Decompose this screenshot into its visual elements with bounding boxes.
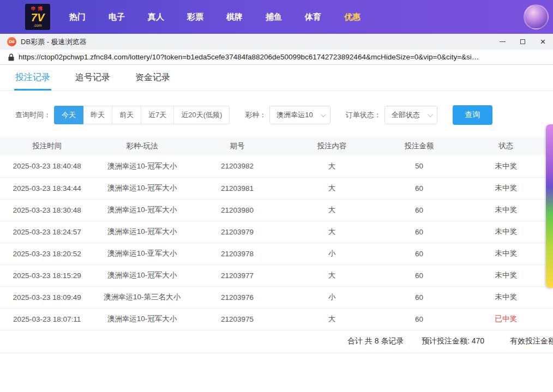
order-status-select[interactable]: 全部状态 — [384, 106, 437, 124]
col-header-issue: 期号 — [190, 137, 284, 155]
summary-bar: 合计 共 8 条记录 预计投注金额: 470 有效投注金额: — [0, 330, 553, 353]
browser-favicon-icon: D8 — [7, 37, 16, 46]
nav-item-promo[interactable]: 优惠 — [333, 0, 372, 34]
minimize-icon — [500, 41, 506, 42]
nav-menu: 热门 电子 真人 彩票 棋牌 捕鱼 体育 优惠 — [58, 0, 372, 34]
chevron-down-icon — [428, 112, 433, 117]
cell-status: 未中奖 — [459, 286, 553, 308]
cell-content: 大 — [284, 264, 379, 286]
summary-total: 合计 共 8 条记录 — [347, 336, 404, 346]
nav-item-sports[interactable]: 体育 — [293, 0, 333, 34]
nav-item-lottery[interactable]: 彩票 — [176, 0, 215, 34]
col-header-content: 投注内容 — [284, 137, 379, 155]
table-row: 2025-03-23 18:30:48 澳洲幸运10-冠军大小 21203980… — [0, 199, 553, 221]
tab-bet-records[interactable]: 投注记录 — [15, 65, 50, 91]
nav-item-fishing[interactable]: 捕鱼 — [254, 0, 293, 34]
table-row: 2025-03-23 18:07:11 澳洲幸运10-冠军大小 21203975… — [0, 308, 553, 330]
cell-content: 大 — [284, 177, 379, 199]
cell-time: 2025-03-23 18:30:48 — [0, 199, 94, 221]
tab-chase-records[interactable]: 追号记录 — [75, 65, 110, 91]
logo-text-com: .com — [33, 23, 41, 27]
cell-status: 未中奖 — [459, 243, 553, 264]
cell-amount: 50 — [380, 155, 459, 177]
lottery-filter-label: 彩种： — [245, 110, 266, 120]
cell-game: 澳洲幸运10-冠军大小 — [94, 199, 190, 221]
summary-valid-amount: 有效投注金额: — [510, 336, 553, 346]
window-title: DB彩票 - 极速浏览器 — [21, 37, 87, 47]
nav-item-hot[interactable]: 热门 — [58, 0, 97, 34]
site-navbar: 申博 7V .com 热门 电子 真人 彩票 棋牌 捕鱼 体育 优惠 — [0, 0, 553, 34]
close-button[interactable]: × — [533, 34, 553, 50]
cell-content: 大 — [284, 308, 379, 330]
col-header-amount: 投注金额 — [380, 137, 459, 155]
cell-content: 大 — [284, 199, 379, 221]
summary-expected-amount: 预计投注金额: 470 — [422, 336, 484, 346]
nav-item-electronic[interactable]: 电子 — [97, 0, 136, 34]
user-avatar[interactable] — [524, 4, 549, 29]
time-btn-day-before[interactable]: 前天 — [112, 106, 141, 124]
url-field[interactable]: https://ctop02pchwp1.zfnc84.com/lottery/… — [19, 53, 479, 61]
cell-time: 2025-03-23 18:40:48 — [0, 155, 94, 177]
filter-bar: 查询时间： 今天 昨天 前天 近7天 近20天(低频) 彩种： 澳洲幸运10 订… — [0, 91, 553, 137]
status-filter-label: 订单状态： — [346, 110, 381, 120]
cell-issue: 21203978 — [190, 243, 284, 264]
bet-records-table: 投注时间 彩种-玩法 期号 投注内容 投注金额 状态 2025-03-23 18… — [0, 137, 553, 330]
cell-amount: 60 — [380, 308, 459, 330]
time-btn-20days[interactable]: 近20天(低频) — [173, 106, 230, 124]
cell-time: 2025-03-23 18:07:11 — [0, 308, 94, 330]
lock-icon — [8, 53, 14, 61]
cell-content: 大 — [284, 155, 379, 177]
cell-game: 澳洲幸运10-冠军大小 — [94, 221, 190, 243]
table-row: 2025-03-23 18:34:44 澳洲幸运10-冠军大小 21203981… — [0, 177, 553, 199]
browser-titlebar: D8 DB彩票 - 极速浏览器 × — [0, 34, 553, 50]
cell-game: 澳洲幸运10-亚军大小 — [94, 243, 190, 264]
cell-game: 澳洲幸运10-冠军大小 — [94, 177, 190, 199]
site-logo[interactable]: 申博 7V .com — [25, 4, 50, 30]
col-header-status: 状态 — [459, 137, 553, 155]
cell-game: 澳洲幸运10-冠军大小 — [94, 308, 190, 330]
time-btn-today[interactable]: 今天 — [54, 106, 83, 124]
cell-issue: 21203975 — [190, 308, 284, 330]
cell-content: 大 — [284, 221, 379, 243]
maximize-button[interactable] — [513, 34, 533, 50]
lottery-select[interactable]: 澳洲幸运10 — [269, 106, 330, 124]
col-header-time: 投注时间 — [0, 137, 94, 155]
cell-issue: 21203977 — [190, 264, 284, 286]
nav-item-live[interactable]: 真人 — [136, 0, 176, 34]
time-btn-yesterday[interactable]: 昨天 — [83, 106, 112, 124]
address-bar: https://ctop02pchwp1.zfnc84.com/lottery/… — [0, 50, 553, 65]
cell-issue: 21203980 — [190, 199, 284, 221]
cell-status-won: 已中奖 — [459, 308, 553, 330]
nav-item-chess[interactable]: 棋牌 — [215, 0, 254, 34]
col-header-game: 彩种-玩法 — [94, 137, 190, 155]
cell-amount: 60 — [380, 243, 459, 264]
search-button[interactable]: 查询 — [453, 105, 492, 125]
cell-content: 小 — [284, 243, 379, 264]
cell-amount: 60 — [380, 286, 459, 308]
cell-time: 2025-03-23 18:09:49 — [0, 286, 94, 308]
lottery-select-value: 澳洲幸运10 — [276, 110, 312, 120]
minimize-button[interactable] — [492, 34, 513, 50]
table-row: 2025-03-23 18:40:48 澳洲幸运10-冠军大小 21203982… — [0, 155, 553, 177]
tab-fund-records[interactable]: 资金记录 — [135, 65, 170, 91]
cell-status: 未中奖 — [459, 264, 553, 286]
cell-game: 澳洲幸运10-第三名大小 — [94, 286, 190, 308]
record-tabs: 投注记录 追号记录 资金记录 — [0, 65, 553, 91]
cell-issue: 21203976 — [190, 286, 284, 308]
cell-time: 2025-03-23 18:15:29 — [0, 264, 94, 286]
table-header-row: 投注时间 彩种-玩法 期号 投注内容 投注金额 状态 — [0, 137, 553, 155]
time-filter-label: 查询时间： — [15, 110, 51, 120]
cell-time: 2025-03-23 18:20:52 — [0, 243, 94, 264]
close-icon: × — [540, 37, 546, 46]
cell-status: 未中奖 — [459, 177, 553, 199]
cell-amount: 60 — [380, 264, 459, 286]
cell-game: 澳洲幸运10-冠军大小 — [94, 264, 190, 286]
table-row: 2025-03-23 18:15:29 澳洲幸运10-冠军大小 21203977… — [0, 264, 553, 286]
cell-game: 澳洲幸运10-冠军大小 — [94, 155, 190, 177]
time-btn-7days[interactable]: 近7天 — [141, 106, 174, 124]
floating-promo-widget[interactable] — [546, 124, 553, 288]
window-controls: × — [492, 34, 553, 50]
cell-issue: 21203982 — [190, 155, 284, 177]
time-range-group: 今天 昨天 前天 近7天 近20天(低频) — [54, 106, 230, 124]
cell-amount: 60 — [380, 199, 459, 221]
